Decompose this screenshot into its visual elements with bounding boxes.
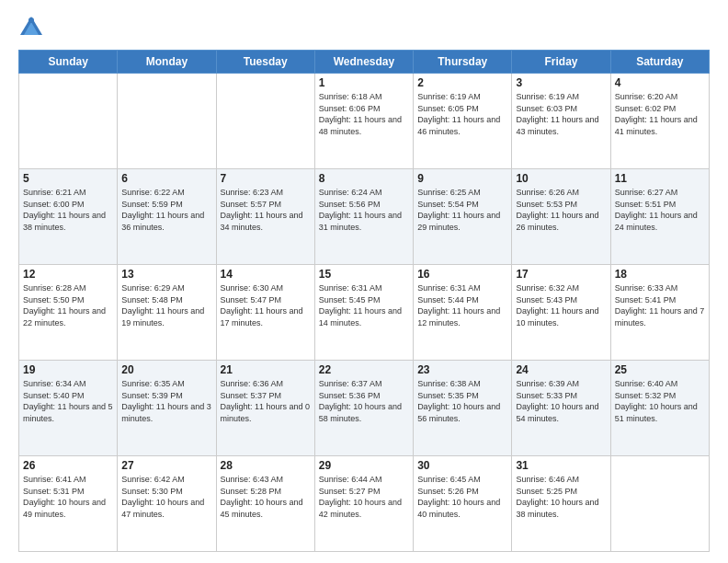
calendar-week-row: 12Sunrise: 6:28 AM Sunset: 5:50 PM Dayli… <box>19 265 710 361</box>
day-number: 14 <box>221 268 311 281</box>
calendar-day-cell: 23Sunrise: 6:38 AM Sunset: 5:35 PM Dayli… <box>414 361 512 456</box>
calendar-day-cell: 20Sunrise: 6:35 AM Sunset: 5:39 PM Dayli… <box>118 361 216 456</box>
day-number: 27 <box>121 459 211 472</box>
day-info: Sunrise: 6:29 AM Sunset: 5:48 PM Dayligh… <box>121 282 211 328</box>
day-number: 16 <box>417 268 507 281</box>
calendar-day-cell: 5Sunrise: 6:21 AM Sunset: 6:00 PM Daylig… <box>19 169 118 265</box>
calendar-day-cell: 7Sunrise: 6:23 AM Sunset: 5:57 PM Daylig… <box>216 169 314 265</box>
calendar-day-header: Monday <box>118 51 216 74</box>
day-number: 31 <box>516 459 606 472</box>
calendar-day-cell: 31Sunrise: 6:46 AM Sunset: 5:25 PM Dayli… <box>512 456 610 552</box>
calendar-day-header: Saturday <box>610 51 709 74</box>
day-number: 13 <box>121 268 211 281</box>
day-info: Sunrise: 6:34 AM Sunset: 5:40 PM Dayligh… <box>23 378 113 424</box>
svg-point-2 <box>28 17 34 23</box>
calendar-day-cell: 9Sunrise: 6:25 AM Sunset: 5:54 PM Daylig… <box>414 169 512 265</box>
day-number: 9 <box>417 172 507 185</box>
calendar-day-cell: 18Sunrise: 6:33 AM Sunset: 5:41 PM Dayli… <box>610 265 709 361</box>
day-number: 4 <box>615 76 705 89</box>
day-number: 11 <box>615 172 705 185</box>
day-info: Sunrise: 6:28 AM Sunset: 5:50 PM Dayligh… <box>23 282 113 328</box>
calendar-day-cell: 24Sunrise: 6:39 AM Sunset: 5:33 PM Dayli… <box>512 361 610 456</box>
day-info: Sunrise: 6:45 AM Sunset: 5:26 PM Dayligh… <box>417 474 507 520</box>
calendar-day-header: Tuesday <box>216 51 314 74</box>
day-number: 7 <box>221 172 311 185</box>
day-info: Sunrise: 6:27 AM Sunset: 5:51 PM Dayligh… <box>615 187 705 233</box>
day-info: Sunrise: 6:38 AM Sunset: 5:35 PM Dayligh… <box>417 378 507 424</box>
day-number: 3 <box>516 76 606 89</box>
day-info: Sunrise: 6:25 AM Sunset: 5:54 PM Dayligh… <box>417 187 507 233</box>
logo <box>18 15 48 40</box>
calendar-week-row: 5Sunrise: 6:21 AM Sunset: 6:00 PM Daylig… <box>19 169 710 265</box>
calendar-day-cell: 19Sunrise: 6:34 AM Sunset: 5:40 PM Dayli… <box>19 361 118 456</box>
calendar-day-cell: 22Sunrise: 6:37 AM Sunset: 5:36 PM Dayli… <box>314 361 413 456</box>
day-info: Sunrise: 6:20 AM Sunset: 6:02 PM Dayligh… <box>615 91 705 137</box>
calendar-day-cell: 6Sunrise: 6:22 AM Sunset: 5:59 PM Daylig… <box>118 169 216 265</box>
day-info: Sunrise: 6:36 AM Sunset: 5:37 PM Dayligh… <box>221 378 311 424</box>
calendar-day-cell <box>610 456 709 552</box>
day-number: 6 <box>121 172 211 185</box>
calendar-week-row: 1Sunrise: 6:18 AM Sunset: 6:06 PM Daylig… <box>19 74 710 169</box>
day-number: 2 <box>417 76 507 89</box>
day-number: 18 <box>615 268 705 281</box>
day-info: Sunrise: 6:32 AM Sunset: 5:43 PM Dayligh… <box>516 282 606 328</box>
day-number: 30 <box>417 459 507 472</box>
calendar-header-row: SundayMondayTuesdayWednesdayThursdayFrid… <box>19 51 710 74</box>
calendar-day-cell: 10Sunrise: 6:26 AM Sunset: 5:53 PM Dayli… <box>512 169 610 265</box>
page: SundayMondayTuesdayWednesdayThursdayFrid… <box>0 0 728 563</box>
day-number: 17 <box>516 268 606 281</box>
day-info: Sunrise: 6:26 AM Sunset: 5:53 PM Dayligh… <box>516 187 606 233</box>
day-info: Sunrise: 6:24 AM Sunset: 5:56 PM Dayligh… <box>319 187 409 233</box>
day-info: Sunrise: 6:31 AM Sunset: 5:44 PM Dayligh… <box>417 282 507 328</box>
day-info: Sunrise: 6:43 AM Sunset: 5:28 PM Dayligh… <box>221 474 311 520</box>
day-info: Sunrise: 6:23 AM Sunset: 5:57 PM Dayligh… <box>221 187 311 233</box>
day-number: 28 <box>221 459 311 472</box>
day-info: Sunrise: 6:33 AM Sunset: 5:41 PM Dayligh… <box>615 282 705 328</box>
day-number: 8 <box>319 172 409 185</box>
calendar-day-header: Friday <box>512 51 610 74</box>
calendar-day-header: Wednesday <box>314 51 413 74</box>
calendar-day-cell: 26Sunrise: 6:41 AM Sunset: 5:31 PM Dayli… <box>19 456 118 552</box>
calendar-day-cell: 12Sunrise: 6:28 AM Sunset: 5:50 PM Dayli… <box>19 265 118 361</box>
calendar-day-cell <box>118 74 216 169</box>
calendar-day-cell: 15Sunrise: 6:31 AM Sunset: 5:45 PM Dayli… <box>314 265 413 361</box>
calendar-day-header: Thursday <box>414 51 512 74</box>
calendar-day-cell: 14Sunrise: 6:30 AM Sunset: 5:47 PM Dayli… <box>216 265 314 361</box>
day-number: 23 <box>417 363 507 376</box>
calendar-day-cell: 3Sunrise: 6:19 AM Sunset: 6:03 PM Daylig… <box>512 74 610 169</box>
calendar-day-cell: 2Sunrise: 6:19 AM Sunset: 6:05 PM Daylig… <box>414 74 512 169</box>
day-number: 21 <box>221 363 311 376</box>
day-info: Sunrise: 6:40 AM Sunset: 5:32 PM Dayligh… <box>615 378 705 424</box>
day-number: 15 <box>319 268 409 281</box>
calendar-day-cell: 21Sunrise: 6:36 AM Sunset: 5:37 PM Dayli… <box>216 361 314 456</box>
calendar-week-row: 26Sunrise: 6:41 AM Sunset: 5:31 PM Dayli… <box>19 456 710 552</box>
day-number: 20 <box>121 363 211 376</box>
calendar-day-cell: 27Sunrise: 6:42 AM Sunset: 5:30 PM Dayli… <box>118 456 216 552</box>
header <box>18 15 710 40</box>
day-info: Sunrise: 6:19 AM Sunset: 6:03 PM Dayligh… <box>516 91 606 137</box>
logo-icon <box>18 15 44 40</box>
day-number: 26 <box>23 459 113 472</box>
day-info: Sunrise: 6:30 AM Sunset: 5:47 PM Dayligh… <box>221 282 311 328</box>
day-info: Sunrise: 6:42 AM Sunset: 5:30 PM Dayligh… <box>121 474 211 520</box>
day-info: Sunrise: 6:39 AM Sunset: 5:33 PM Dayligh… <box>516 378 606 424</box>
calendar-day-cell: 11Sunrise: 6:27 AM Sunset: 5:51 PM Dayli… <box>610 169 709 265</box>
calendar-day-cell: 25Sunrise: 6:40 AM Sunset: 5:32 PM Dayli… <box>610 361 709 456</box>
day-number: 25 <box>615 363 705 376</box>
calendar-day-cell: 4Sunrise: 6:20 AM Sunset: 6:02 PM Daylig… <box>610 74 709 169</box>
day-info: Sunrise: 6:44 AM Sunset: 5:27 PM Dayligh… <box>319 474 409 520</box>
calendar-day-cell: 30Sunrise: 6:45 AM Sunset: 5:26 PM Dayli… <box>414 456 512 552</box>
calendar-day-cell: 8Sunrise: 6:24 AM Sunset: 5:56 PM Daylig… <box>314 169 413 265</box>
calendar-day-header: Sunday <box>19 51 118 74</box>
day-info: Sunrise: 6:35 AM Sunset: 5:39 PM Dayligh… <box>121 378 211 424</box>
calendar-table: SundayMondayTuesdayWednesdayThursdayFrid… <box>18 50 710 552</box>
day-info: Sunrise: 6:19 AM Sunset: 6:05 PM Dayligh… <box>417 91 507 137</box>
calendar-day-cell: 28Sunrise: 6:43 AM Sunset: 5:28 PM Dayli… <box>216 456 314 552</box>
calendar-week-row: 19Sunrise: 6:34 AM Sunset: 5:40 PM Dayli… <box>19 361 710 456</box>
day-number: 19 <box>23 363 113 376</box>
day-info: Sunrise: 6:21 AM Sunset: 6:00 PM Dayligh… <box>23 187 113 233</box>
day-info: Sunrise: 6:22 AM Sunset: 5:59 PM Dayligh… <box>121 187 211 233</box>
calendar-day-cell <box>19 74 118 169</box>
day-info: Sunrise: 6:18 AM Sunset: 6:06 PM Dayligh… <box>319 91 409 137</box>
day-number: 29 <box>319 459 409 472</box>
